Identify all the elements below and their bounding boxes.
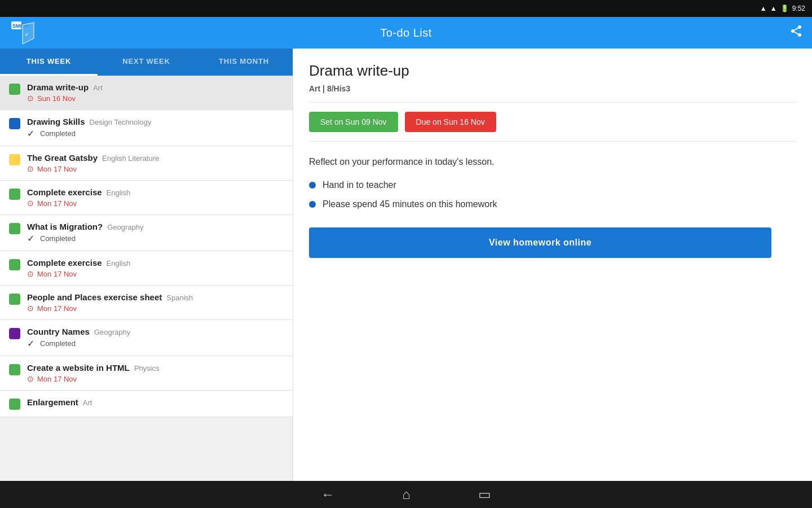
- task-color-indicator: [9, 364, 20, 375]
- task-info: What is Migration? Geography ✓ Completed: [27, 222, 284, 244]
- main-content: THIS WEEK NEXT WEEK THIS MONTH Drama wri…: [0, 49, 812, 481]
- tab-this-week[interactable]: THIS WEEK: [0, 49, 98, 76]
- date-badges: Set on Sun 09 Nov Due on Sun 16 Nov: [309, 112, 796, 142]
- wifi-icon: ▲: [760, 5, 767, 12]
- bullet-item: Please spend 45 minutes on this homework: [309, 199, 796, 209]
- task-subject: English: [107, 259, 131, 268]
- status-bar: ▲ ▲ 🔋 9:52: [0, 0, 812, 17]
- check-mark-icon: ✓: [27, 128, 34, 139]
- task-subject: Art: [93, 84, 103, 92]
- task-info: Create a website in HTML Physics ⊙ Mon 1…: [27, 363, 284, 383]
- left-panel: THIS WEEK NEXT WEEK THIS MONTH Drama wri…: [0, 49, 293, 481]
- list-item[interactable]: What is Migration? Geography ✓ Completed: [0, 215, 293, 251]
- home-button[interactable]: ⌂: [402, 487, 411, 502]
- status-icons: ▲ ▲ 🔋 9:52: [760, 5, 805, 12]
- clock-icon: ⊙: [27, 374, 34, 383]
- task-due-date: Mon 17 Nov: [37, 199, 77, 208]
- view-homework-button[interactable]: View homework online: [309, 227, 771, 258]
- list-item[interactable]: Drama write-up Art ⊙ Sun 16 Nov: [0, 76, 293, 110]
- app-title: To-do List: [380, 27, 432, 40]
- right-panel: Drama write-up Art | 8/His3 Set on Sun 0…: [293, 49, 812, 481]
- task-color-indicator: [9, 118, 20, 129]
- task-subject: Physics: [134, 364, 160, 373]
- clock-icon: ⊙: [27, 304, 34, 313]
- task-due-date: Mon 17 Nov: [37, 270, 77, 278]
- share-icon[interactable]: [789, 24, 803, 41]
- svg-text:✓: ✓: [25, 32, 29, 37]
- task-color-indicator: [9, 189, 20, 200]
- list-item[interactable]: The Great Gatsby English Literature ⊙ Mo…: [0, 146, 293, 181]
- tab-next-week[interactable]: NEXT WEEK: [98, 49, 195, 76]
- task-color-indicator: [9, 84, 20, 95]
- task-info: Country Names Geography ✓ Completed: [27, 327, 284, 349]
- task-info: Complete exercise English ⊙ Mon 17 Nov: [27, 258, 284, 278]
- bottom-nav: ← ⌂ ▭: [0, 481, 812, 508]
- task-subject: Art: [83, 398, 92, 407]
- set-date-badge[interactable]: Set on Sun 09 Nov: [309, 112, 398, 132]
- task-subject: English Literature: [102, 154, 159, 163]
- task-title: Country Names: [27, 327, 90, 336]
- app-bar-actions: [789, 24, 803, 41]
- task-subject: Design Technology: [90, 118, 152, 126]
- task-color-indicator: [9, 223, 20, 234]
- task-due-date: Mon 17 Nov: [37, 304, 77, 313]
- task-color-indicator: [9, 398, 20, 410]
- list-item[interactable]: Enlargement Art: [0, 391, 293, 417]
- task-info: Complete exercise English ⊙ Mon 17 Nov: [27, 187, 284, 208]
- signal-icon: ▲: [770, 5, 777, 12]
- list-item[interactable]: People and Places exercise sheet Spanish…: [0, 286, 293, 320]
- check-mark-icon: ✓: [27, 233, 34, 244]
- task-info: Enlargement Art: [27, 397, 284, 407]
- tabs: THIS WEEK NEXT WEEK THIS MONTH: [0, 49, 293, 76]
- recents-button[interactable]: ▭: [478, 487, 491, 502]
- detail-description: Reflect on your performance in today's l…: [309, 155, 796, 169]
- detail-subtitle: Art | 8/His3: [309, 84, 796, 103]
- svg-point-5: [791, 29, 795, 33]
- task-subject: Geography: [94, 328, 130, 336]
- task-list: Drama write-up Art ⊙ Sun 16 Nov Drawing …: [0, 76, 293, 481]
- task-due-date: Sun 16 Nov: [37, 94, 76, 103]
- bullet-dot: [309, 182, 316, 189]
- app-logo: SMHW ✓: [9, 19, 36, 46]
- due-date-badge[interactable]: Due on Sun 16 Nov: [405, 112, 496, 132]
- task-title: What is Migration?: [27, 222, 103, 231]
- list-item[interactable]: Create a website in HTML Physics ⊙ Mon 1…: [0, 356, 293, 391]
- list-item[interactable]: Drawing Skills Design Technology ✓ Compl…: [0, 110, 293, 146]
- svg-line-7: [795, 32, 798, 34]
- task-subject: English: [107, 189, 131, 197]
- task-title: Create a website in HTML: [27, 363, 130, 373]
- task-subject: Spanish: [166, 294, 193, 302]
- task-info: People and Places exercise sheet Spanish…: [27, 292, 284, 313]
- check-mark-icon: ✓: [27, 338, 34, 349]
- task-due-date: Mon 17 Nov: [37, 165, 77, 173]
- list-item[interactable]: Country Names Geography ✓ Completed: [0, 320, 293, 356]
- task-info: Drawing Skills Design Technology ✓ Compl…: [27, 117, 284, 139]
- list-item[interactable]: Complete exercise English ⊙ Mon 17 Nov: [0, 181, 293, 215]
- task-title: Drawing Skills: [27, 117, 85, 126]
- svg-line-8: [795, 28, 798, 30]
- svg-point-4: [798, 25, 801, 29]
- task-due-date: Mon 17 Nov: [37, 375, 77, 383]
- task-color-indicator: [9, 294, 20, 305]
- task-title: Complete exercise: [27, 258, 102, 268]
- task-info: Drama write-up Art ⊙ Sun 16 Nov: [27, 82, 284, 103]
- task-color-indicator: [9, 154, 20, 165]
- task-color-indicator: [9, 328, 20, 339]
- app-bar: SMHW ✓ To-do List: [0, 17, 812, 49]
- time-display: 9:52: [792, 5, 805, 12]
- detail-title: Drama write-up: [309, 62, 796, 80]
- task-title: People and Places exercise sheet: [27, 292, 162, 302]
- task-info: The Great Gatsby English Literature ⊙ Mo…: [27, 153, 284, 173]
- svg-point-6: [798, 33, 801, 37]
- task-title: The Great Gatsby: [27, 153, 98, 163]
- battery-icon: 🔋: [780, 5, 789, 12]
- back-button[interactable]: ←: [321, 487, 334, 502]
- task-title: Drama write-up: [27, 82, 89, 92]
- list-item[interactable]: Complete exercise English ⊙ Mon 17 Nov: [0, 251, 293, 286]
- clock-icon: ⊙: [27, 199, 34, 208]
- clock-icon: ⊙: [27, 94, 34, 103]
- task-subject: Geography: [107, 223, 143, 231]
- task-completed-label: Completed: [40, 129, 76, 138]
- bullet-item: Hand in to teacher: [309, 180, 796, 190]
- tab-this-month[interactable]: THIS MONTH: [195, 49, 293, 76]
